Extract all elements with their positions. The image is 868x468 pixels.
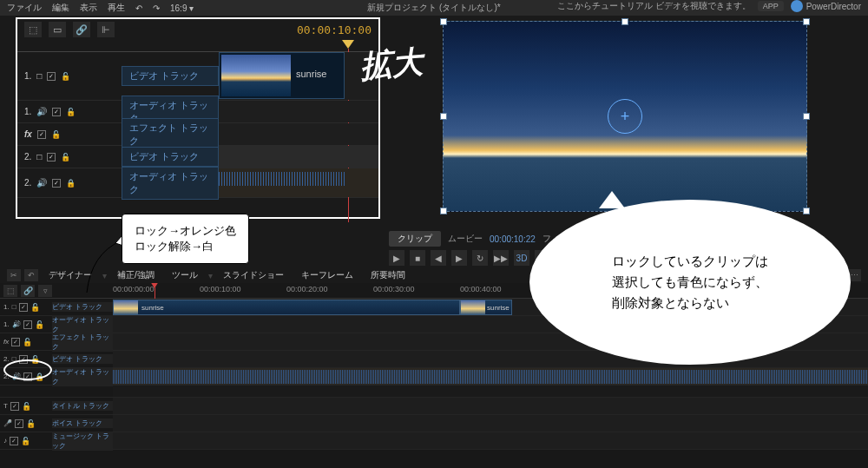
lock-icon[interactable]: 🔓 — [26, 419, 36, 428]
lock-icon[interactable]: 🔓 — [66, 108, 76, 116]
resize-handle-br[interactable] — [803, 208, 810, 214]
track-content[interactable] — [113, 432, 868, 449]
track-label[interactable]: ビデオ トラック — [52, 354, 113, 364]
track-visible-checkbox[interactable]: ✓ — [52, 179, 61, 188]
tab-duration[interactable]: 所要時間 — [364, 269, 412, 281]
lock-icon-locked[interactable]: 🔒 — [66, 179, 76, 188]
track-content[interactable]: sunrise — [219, 52, 378, 100]
track-visible-checkbox[interactable]: ✓ — [52, 108, 61, 116]
loop-button[interactable]: ↻ — [472, 250, 488, 266]
app-badge[interactable]: APP — [758, 1, 784, 11]
track-visible-checkbox[interactable]: ✓ — [10, 402, 19, 411]
split-icon[interactable]: ✂ — [7, 269, 21, 281]
lock-icon[interactable]: 🔓 — [51, 130, 61, 139]
stop-button[interactable]: ■ — [410, 250, 425, 266]
playhead[interactable] — [155, 283, 155, 299]
zoom-tool-1[interactable]: ⬚ — [24, 22, 42, 37]
track-label[interactable]: ビデオ トラック — [52, 302, 113, 312]
track-visible-checkbox[interactable]: ✓ — [10, 437, 18, 445]
resize-handle-tl[interactable] — [440, 18, 447, 25]
lock-icon[interactable]: 🔓 — [21, 437, 30, 445]
fast-forward-button[interactable]: ▶▶ — [493, 250, 509, 266]
track-label[interactable]: ボイス トラック — [52, 419, 113, 428]
resize-handle-tr[interactable] — [803, 18, 810, 25]
lock-icon[interactable]: 🔓 — [22, 402, 31, 411]
track-visible-checkbox[interactable]: ✓ — [23, 320, 32, 329]
menu-extra1[interactable]: ↶ — [135, 3, 142, 13]
resize-handle-l[interactable] — [440, 113, 447, 120]
lock-icon[interactable]: 🔓 — [61, 72, 70, 81]
tool-select-icon[interactable]: ⬚ — [3, 285, 17, 297]
track-label[interactable]: ビデオ トラック — [122, 66, 219, 86]
3d-button[interactable]: 3D — [514, 250, 529, 266]
prev-frame-button[interactable]: ◀ — [431, 250, 446, 266]
zoom-playhead-marker[interactable] — [342, 40, 354, 49]
track-content[interactable] — [113, 415, 868, 432]
resize-handle-r[interactable] — [803, 113, 810, 120]
track-label[interactable]: エフェクト トラック — [52, 333, 113, 352]
audio-waveform[interactable] — [113, 370, 868, 384]
clip-thumbnail — [221, 55, 291, 96]
menu-play[interactable]: 再生 — [108, 2, 125, 14]
track-num: 1. — [24, 71, 31, 81]
preview-tab-clip[interactable]: クリップ — [389, 231, 441, 247]
preview-center-cross[interactable]: + — [608, 99, 642, 134]
video-clip[interactable]: sunrise — [113, 300, 460, 315]
zoom-ruler[interactable] — [17, 40, 378, 52]
tab-tool[interactable]: ツール — [165, 269, 205, 281]
menu-file[interactable]: ファイル — [7, 2, 42, 14]
tab-keyframe[interactable]: キーフレーム — [294, 269, 360, 281]
tab-slideshow[interactable]: スライドショー — [216, 269, 291, 281]
track-content[interactable] — [219, 101, 378, 122]
preview-timecode: 00:00:10:22 — [490, 234, 536, 244]
track-visible-checkbox[interactable]: ✓ — [37, 130, 46, 139]
track-label[interactable]: ビデオ トラック — [122, 147, 219, 167]
track-content[interactable] — [219, 146, 378, 168]
track-visible-checkbox[interactable]: ✓ — [15, 419, 23, 428]
zoom-tool-link[interactable]: 🔗 — [73, 22, 90, 37]
track-label[interactable]: タイトル トラック — [52, 401, 113, 411]
track-content[interactable] — [113, 368, 868, 385]
track-visible-checkbox[interactable]: ✓ — [47, 72, 56, 81]
track-label[interactable]: エフェクト トラック — [122, 118, 219, 151]
menu-aspect[interactable]: 16:9 ▾ — [170, 3, 194, 13]
tool-link-icon[interactable]: 🔗 — [21, 285, 35, 297]
play-button[interactable]: ▶ — [389, 250, 404, 266]
tutorial-hint[interactable]: ここからチュートリアル ビデオを視聴できます。 — [557, 0, 751, 12]
media-tab-icons[interactable]: ✂ ↶ — [7, 269, 38, 281]
resize-handle-bl[interactable] — [440, 208, 447, 214]
track-visible-checkbox[interactable]: ✓ — [19, 303, 28, 312]
track-content[interactable] — [219, 168, 378, 197]
lock-icon[interactable]: 🔓 — [23, 338, 32, 346]
track-content[interactable] — [219, 123, 378, 145]
undo-icon[interactable]: ↶ — [24, 269, 38, 281]
lock-icon[interactable]: 🔓 — [61, 153, 70, 161]
menu-view[interactable]: 表示 — [80, 2, 97, 14]
preview-tab-movie[interactable]: ムービー — [448, 233, 483, 245]
zoom-audio-clip[interactable] — [219, 172, 345, 186]
track-visible-checkbox[interactable]: ✓ — [47, 153, 56, 161]
menu-extra2[interactable]: ↷ — [153, 3, 160, 13]
lock-icon[interactable]: 🔓 — [35, 320, 44, 329]
next-frame-button[interactable]: ▶ — [451, 250, 467, 266]
track-title: T✓🔓 タイトル トラック — [0, 398, 868, 415]
track-visible-checkbox[interactable]: ✓ — [11, 338, 20, 346]
menu-edit[interactable]: 編集 — [52, 2, 69, 14]
brand-text: PowerDirector — [806, 2, 861, 11]
track-label[interactable]: ミュージック トラック — [52, 432, 113, 451]
zoom-video-clip[interactable]: sunrise — [219, 52, 345, 99]
zoom-tool-2[interactable]: ▭ — [49, 22, 66, 37]
preview-frame[interactable]: + — [443, 21, 807, 212]
track-label[interactable]: オーディオ トラック — [52, 367, 113, 386]
video-clip-2[interactable]: sunrise — [460, 300, 512, 315]
resize-handle-t[interactable] — [621, 18, 628, 25]
track-num: 1. — [3, 320, 10, 328]
track-label[interactable]: オーディオ トラック — [52, 315, 113, 334]
zoom-tool-split[interactable]: ⊩ — [97, 22, 115, 37]
track-label[interactable]: オーディオ トラック — [122, 167, 219, 200]
track-content[interactable] — [113, 398, 868, 414]
tool-marker-icon[interactable]: ▿ — [38, 285, 52, 297]
lock-icon[interactable]: 🔓 — [30, 303, 40, 312]
audio-icon: 🔊 — [36, 107, 47, 116]
audio-waveform — [219, 172, 345, 186]
